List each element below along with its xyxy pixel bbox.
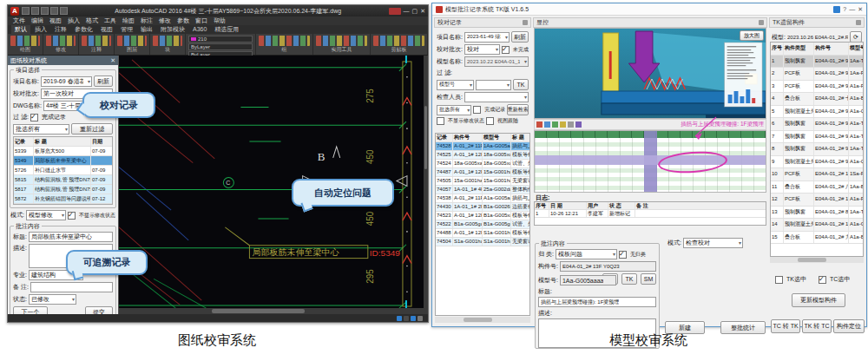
model-record-row[interactable]: 74504 S1a-G001haaba S1a-G001haaba 无梁窗试口、…: [436, 238, 529, 246]
tk-row[interactable]: 1 预制飘窗 E04A-01_2# 9F Y... 1Aa-T002: [771, 56, 863, 69]
tk-row[interactable]: 3 PCF板 E04A-01_2# 9F Y... A1a-P003: [771, 81, 863, 94]
model-record-row[interactable]: 74522 B1a-G005gaaba B1a-G005gaaba 试管、外加电…: [436, 220, 529, 229]
follow-view-checkbox[interactable]: [486, 117, 494, 125]
no-class-checkbox[interactable]: [619, 251, 627, 259]
canvas-vscrollbar[interactable]: [424, 56, 428, 308]
menu-item[interactable]: 格式: [86, 16, 98, 25]
pin-icon[interactable]: [759, 20, 764, 25]
tk-row[interactable]: 14 预制混凝土外墙 E04A-01_2# 1F Y... A1a-GA03: [771, 219, 863, 232]
record-row[interactable]: 5339 板厚危大500 07-09: [14, 147, 112, 156]
review-grid[interactable]: [534, 130, 766, 193]
ribbon-group[interactable]: 剪贴板: [371, 34, 428, 55]
model-window-controls[interactable]: ?—✕: [843, 6, 863, 13]
model-record-row[interactable]: 74524 18a-G005xaaba 18a-G005xaaba 试管、外加电…: [436, 160, 529, 168]
mode-select[interactable]: 模型修改: [26, 210, 66, 220]
ribbon-group[interactable]: 图层: [115, 34, 150, 55]
project-select[interactable]: 2023-61-49 绿地产业城2#-02期F...: [464, 32, 510, 43]
tk-row[interactable]: 2 PCF板 E04A-01_2# 9F Y... 1Aa-PA01: [771, 68, 863, 81]
status-icon[interactable]: [411, 316, 416, 321]
status-icon[interactable]: [397, 316, 402, 321]
palette-close-icon[interactable]: ✕: [110, 57, 115, 64]
tk-row[interactable]: 12 PCF板 E04A-01_2# 12F... A1a-F003: [771, 194, 863, 207]
model-viewport[interactable]: 放大图: [534, 28, 766, 119]
canvas-hscrollbar[interactable]: [119, 308, 428, 314]
tk-button[interactable]: TK: [513, 79, 529, 90]
tc-to-tk-button[interactable]: TC 转 TK: [771, 319, 800, 333]
tk-row[interactable]: 5 预制混凝土外墙 E04A-01_2# 9F Y... A1a-Q001: [771, 106, 863, 119]
record-row[interactable]: 5872 补充钢筋锚固等问题说明 07-12: [14, 194, 112, 204]
toolbar-icon[interactable]: [544, 121, 550, 128]
status-icon[interactable]: [418, 316, 423, 321]
menu-item[interactable]: 视图: [49, 16, 62, 25]
ribbon-tab[interactable]: 输出: [137, 25, 156, 34]
tk-button[interactable]: TK: [621, 273, 637, 285]
menu-item[interactable]: 工具: [104, 16, 116, 25]
ribbon-icons[interactable]: [259, 36, 310, 46]
remark-input[interactable]: [30, 282, 113, 292]
ribbon-tab[interactable]: 视图: [97, 25, 116, 34]
model-record-row[interactable]: 74525 A-01_1# 12F YGC 18a-G005xaba 模板等修正: [436, 151, 529, 160]
unfinished-checkbox[interactable]: [502, 46, 510, 54]
tk-row[interactable]: 6 预制飘窗 E04A-01_2# 9F Y... A1a-T001: [771, 118, 863, 131]
toolbar-icon[interactable]: [536, 121, 542, 128]
ribbon-group[interactable]: 绘图: [8, 34, 43, 55]
log-row[interactable]: 1 10-26 12:21 李建军 新增标记: [535, 210, 766, 218]
model-record-row[interactable]: 74538 A-01_2# 11F YGC A1a-G005aaaaa 插筋与上…: [436, 194, 529, 203]
toolbar-icon[interactable]: [575, 121, 582, 128]
note-title-input[interactable]: 局部板筋未伸至梁中心: [29, 232, 113, 242]
ribbon-tab[interactable]: 注释: [51, 25, 70, 34]
ribbon-icons[interactable]: [10, 36, 40, 46]
class-select[interactable]: 模板问题: [556, 249, 617, 259]
ribbon-icons[interactable]: [82, 36, 111, 46]
submit-button[interactable]: 提交: [85, 306, 113, 314]
records-hscrollbar[interactable]: [435, 317, 530, 323]
infocenter-icon[interactable]: [389, 8, 401, 15]
model-record-row[interactable]: 74487 A-01_1# 12F YGC 15a-G001haaba 模板等修…: [436, 168, 529, 177]
research-button[interactable]: 重新检索: [507, 104, 529, 115]
tk-row[interactable]: 7 预制飘窗 E04A-01_2# 9F Y... A1a-TA03: [771, 131, 863, 144]
pin-icon[interactable]: [523, 20, 528, 25]
menu-item[interactable]: 修改: [159, 16, 171, 25]
form-title-input[interactable]: 插筋与上层梁预埋碰撞): 1F梁预埋: [538, 297, 656, 307]
tk-row[interactable]: 9 预制混凝土外墙 E04A-01_2# 9F Y... A1a-QA03: [771, 156, 863, 169]
mode-select[interactable]: 检查校对: [683, 238, 743, 248]
next-button[interactable]: 下一个: [13, 306, 48, 314]
refresh-button[interactable]: 刷新: [94, 75, 113, 87]
menu-item[interactable]: 编辑: [31, 16, 43, 25]
checker-select[interactable]: [464, 92, 529, 102]
menu-item[interactable]: 窗口: [195, 16, 207, 25]
tk-row[interactable]: 8 预制飘窗 E04A-01_2# 9F Y... 1Aa-T003: [771, 143, 863, 156]
record-row[interactable]: 5726 补口缝止水节 07-09: [14, 166, 112, 175]
record-row[interactable]: 5349 局部板筋未伸至梁中心: [14, 156, 112, 166]
refilter-button[interactable]: 重新过滤: [71, 123, 113, 135]
status-icon[interactable]: [404, 316, 409, 321]
done-records-checkbox[interactable]: [473, 106, 481, 114]
ribbon-group[interactable]: 注释: [79, 34, 115, 55]
ribbon-group[interactable]: 组: [256, 34, 313, 55]
model-name-select[interactable]: 2023.10.22 E04A-01_1#2#.RZIP: [464, 56, 529, 67]
color-control[interactable]: 210: [188, 36, 253, 43]
menu-item[interactable]: 帮助: [214, 16, 226, 25]
model-record-row[interactable]: 74430 1A-01_1# 2F YGC B1a-G0026bbda 边筋要修…: [436, 203, 529, 212]
enlarge-view-button[interactable]: 放大图: [740, 30, 764, 41]
chat-icon[interactable]: [833, 6, 840, 13]
no-prompt-checkbox[interactable]: [68, 212, 76, 220]
window-controls[interactable]: —▢✕: [404, 8, 426, 15]
status-select[interactable]: 已修改: [29, 294, 76, 305]
pin-icon[interactable]: [856, 20, 861, 25]
tk-row[interactable]: 15 叠合板 E04A-01_2# 九层... A1a-B005: [771, 232, 863, 245]
tk-to-tc-button[interactable]: TK 转 TC: [802, 319, 832, 333]
tk-hscrollbar[interactable]: [770, 257, 864, 263]
autocad-logo-icon[interactable]: A: [10, 7, 19, 16]
model-record-row[interactable]: 74528 A-01_2# 11F YGC 1Aa-G005aaaaa 插筋与上…: [436, 142, 529, 151]
batch-select[interactable]: 校对: [464, 44, 500, 55]
tk-row[interactable]: 13 预制飘窗 E04A-01_2# 8F Y... 1Aa-T001: [771, 207, 863, 220]
filter-value-combo[interactable]: [476, 80, 511, 90]
model-record-row[interactable]: 74523 A-01_1# 12F YGC B1a-G005xaaba 模板等修…: [436, 212, 529, 220]
ribbon-tab[interactable]: 默认: [11, 25, 30, 34]
ribbon-icons[interactable]: [153, 36, 182, 46]
menu-item[interactable]: 插入: [68, 16, 80, 25]
done-records-checkbox[interactable]: [30, 114, 38, 121]
ribbon-icons[interactable]: [117, 36, 147, 46]
ribbon-group[interactable]: 修改: [43, 34, 79, 55]
